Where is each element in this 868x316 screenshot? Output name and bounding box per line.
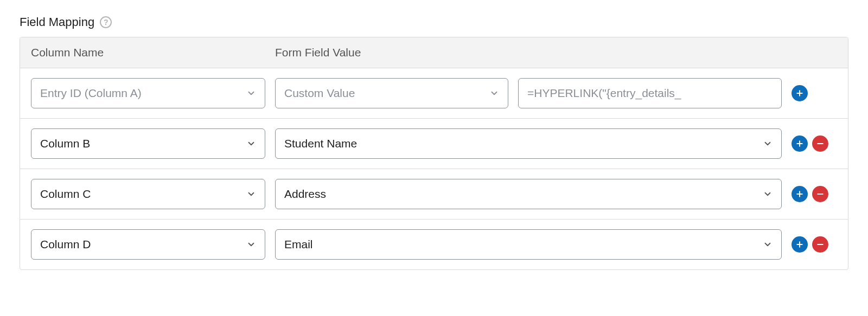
help-icon[interactable]: ?	[100, 16, 112, 28]
field-select[interactable]: Student Name	[275, 128, 782, 159]
mapping-row: Entry ID (Column A) Custom Value =HYPERL…	[20, 68, 848, 119]
field-select-value: Student Name	[284, 137, 357, 150]
custom-value-input: =HYPERLINK("{entry_details_	[518, 78, 782, 108]
field-mapping-table: Column Name Form Field Value Entry ID (C…	[20, 37, 848, 270]
mapping-row: Column B Student Name	[20, 119, 848, 169]
row-actions	[792, 136, 837, 152]
chevron-down-icon	[246, 139, 256, 149]
chevron-down-icon	[763, 189, 773, 199]
remove-row-button[interactable]	[812, 186, 828, 202]
remove-row-button[interactable]	[812, 236, 828, 253]
mapping-row: Column C Address	[20, 169, 848, 220]
section-title: Field Mapping ?	[20, 15, 848, 29]
chevron-down-icon	[763, 240, 773, 249]
column-select-value: Column B	[40, 137, 90, 150]
column-select[interactable]: Column B	[31, 128, 265, 159]
column-select[interactable]: Column C	[31, 179, 265, 209]
column-select-value: Column C	[40, 188, 91, 201]
chevron-down-icon	[246, 88, 256, 98]
mapping-row: Column D Email	[20, 220, 848, 269]
header-form-field-value: Form Field Value	[275, 46, 837, 59]
row-actions	[792, 186, 837, 202]
add-row-button[interactable]	[792, 85, 808, 101]
add-row-button[interactable]	[792, 236, 808, 253]
custom-value-text: =HYPERLINK("{entry_details_	[527, 87, 681, 100]
section-title-label: Field Mapping	[20, 15, 94, 29]
column-select-value: Column D	[40, 238, 91, 251]
add-row-button[interactable]	[792, 186, 808, 202]
field-select[interactable]: Address	[275, 179, 782, 209]
chevron-down-icon	[246, 240, 256, 249]
add-row-button[interactable]	[792, 136, 808, 152]
chevron-down-icon	[763, 139, 773, 149]
field-select-value: Email	[284, 238, 313, 251]
chevron-down-icon	[489, 88, 499, 98]
column-select: Entry ID (Column A)	[31, 78, 265, 108]
field-select-value: Address	[284, 188, 326, 201]
column-select[interactable]: Column D	[31, 229, 265, 260]
field-select-value: Custom Value	[284, 87, 355, 100]
row-actions	[792, 236, 837, 253]
field-select: Custom Value	[275, 78, 508, 108]
field-select[interactable]: Email	[275, 229, 782, 260]
row-actions	[792, 85, 837, 101]
remove-row-button[interactable]	[812, 136, 828, 152]
column-select-value: Entry ID (Column A)	[40, 87, 142, 100]
table-header: Column Name Form Field Value	[20, 37, 848, 68]
chevron-down-icon	[246, 189, 256, 199]
header-column-name: Column Name	[31, 46, 275, 59]
